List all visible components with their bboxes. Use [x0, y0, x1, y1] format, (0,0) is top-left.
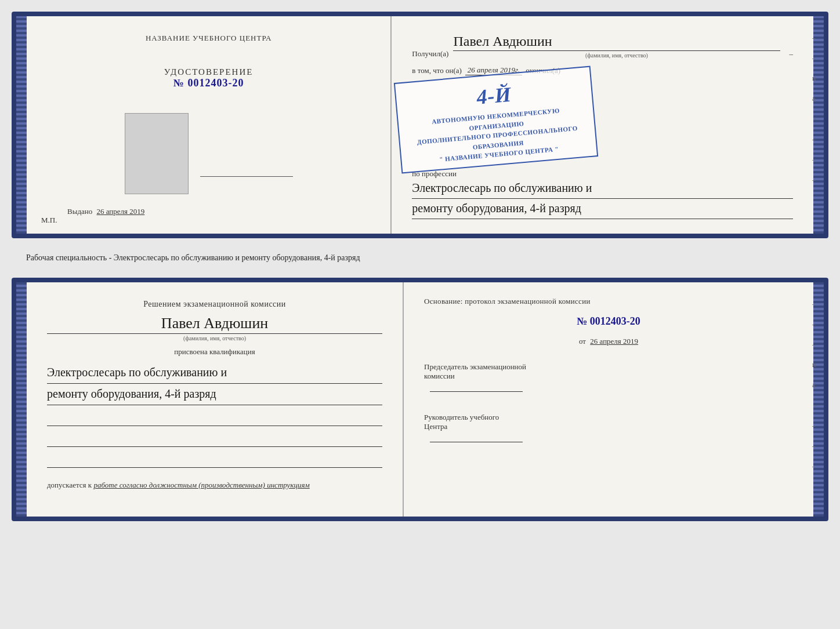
top-left-page: НАЗВАНИЕ УЧЕБНОГО ЦЕНТРА УДОСТОВЕРЕНИЕ №… — [27, 16, 392, 234]
rukovoditel-label1: Руководитель учебного — [424, 413, 793, 422]
rukovoditel-label2: Центра — [424, 422, 793, 431]
middle-text: Рабочая специальность - Электрослесарь п… — [12, 249, 828, 267]
blank-line-3 — [47, 457, 382, 468]
middle-text-content: Рабочая специальность - Электрослесарь п… — [26, 253, 360, 262]
dopusk-text: работе согласно должностным (производств… — [93, 481, 309, 489]
udostoverenie-number: № 0012403-20 — [164, 77, 254, 89]
prisvoena-text: присвоена квалификация — [47, 347, 382, 357]
ot-prefix: от — [579, 337, 586, 346]
poluchil-label: Получил(а) — [412, 49, 448, 59]
spine-bottom-left — [16, 282, 27, 517]
udostoverenie-block: УДОСТОВЕРЕНИЕ № 0012403-20 — [164, 67, 254, 89]
rukovoditel-block: Руководитель учебного Центра — [424, 413, 793, 442]
po-professii-label: по профессии — [412, 169, 793, 179]
vtom-prefix: в том, что он(а) — [412, 66, 462, 75]
bottom-left-page: Решением экзаменационной комиссии Павел … — [27, 282, 404, 517]
right-dashes-bottom: – – – и а ← – – – — [812, 300, 819, 471]
vydano-date: 26 апреля 2019 — [97, 207, 145, 216]
vydano-line: Выдано 26 апреля 2019 — [67, 207, 144, 216]
osnovanie-text: Основание: протокол экзаменационной коми… — [424, 297, 793, 306]
top-right-page: Получил(а) Павел Авдюшин (фамилия, имя, … — [392, 16, 813, 234]
qual-line1: Электрослесарь по обслуживанию и — [47, 362, 382, 384]
profession-line2: ремонту оборудования, 4-й разряд — [412, 199, 793, 219]
bottom-document: Решением экзаменационной комиссии Павел … — [12, 278, 828, 521]
rukovoditel-signature-line — [430, 442, 523, 442]
top-document: НАЗВАНИЕ УЧЕБНОГО ЦЕНТРА УДОСТОВЕРЕНИЕ №… — [12, 12, 828, 238]
fio-hint-top: (фамилия, имя, отчество) — [453, 52, 780, 59]
bottom-name: Павел Авдюшин — [47, 315, 382, 334]
predsedatel-block: Председатель экзаменационной комиссии — [424, 362, 793, 392]
poluchil-block: Получил(а) Павел Авдюшин (фамилия, имя, … — [412, 34, 793, 59]
bottom-right-page: Основание: протокол экзаменационной коми… — [404, 282, 813, 517]
org-name-top: НАЗВАНИЕ УЧЕБНОГО ЦЕНТРА — [146, 34, 271, 43]
qual-line2: ремонту оборудования, 4-й разряд — [47, 384, 382, 405]
right-dashes-top: – – и а ← – – – — [812, 34, 819, 184]
dopuskaetsya-block: допускается к работе согласно должностны… — [47, 481, 382, 490]
recipient-name: Павел Авдюшин — [453, 34, 780, 51]
mp-line: М.П. — [41, 216, 57, 225]
resheniem-text: Решением экзаменационной комиссии — [47, 300, 382, 309]
ot-date: 26 апреля 2019 — [590, 337, 638, 346]
blank-line-2 — [47, 437, 382, 447]
page-wrapper: НАЗВАНИЕ УЧЕБНОГО ЦЕНТРА УДОСТОВЕРЕНИЕ №… — [12, 12, 828, 521]
protocol-number: № 0012403-20 — [424, 315, 793, 328]
udostoverenie-label: УДОСТОВЕРЕНИЕ — [164, 67, 254, 77]
photo-placeholder — [125, 113, 189, 194]
predsedatel-label1: Председатель экзаменационной — [424, 362, 793, 372]
stamp: 4-й АВТОНОМНУЮ НЕКОММЕРЧЕСКУЮ ОРГАНИЗАЦИ… — [394, 66, 598, 173]
predsedatel-label2: комиссии — [424, 372, 793, 381]
dopuskaetsya-label: допускается к — [47, 481, 92, 489]
profession-line1: Электрослесарь по обслуживанию и — [412, 179, 793, 199]
spine-left — [16, 16, 27, 234]
ot-date-block: от 26 апреля 2019 — [424, 337, 793, 346]
vtom-block: в том, что он(а) 26 апреля 2019г. окончи… — [412, 66, 793, 75]
predsedatel-signature-line — [430, 391, 523, 392]
vydano-label: Выдано — [67, 207, 92, 216]
blank-line-1 — [47, 416, 382, 426]
fio-hint-bottom: (фамилия, имя, отчество) — [47, 335, 382, 341]
